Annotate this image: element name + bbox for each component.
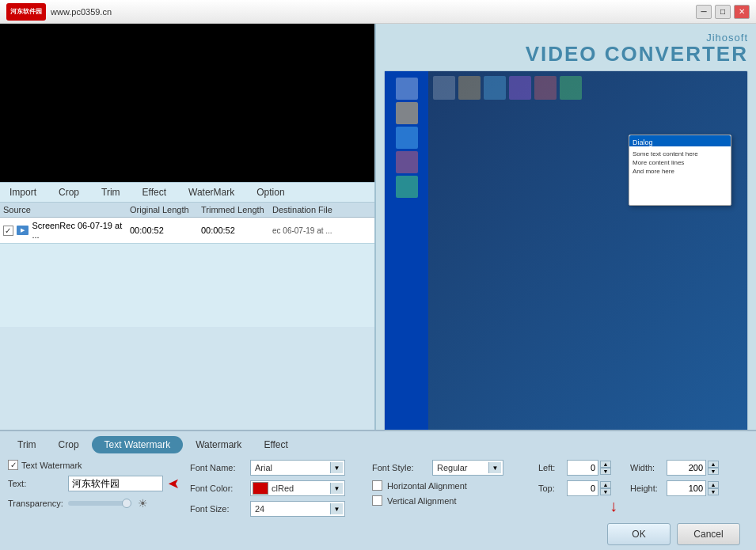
height-spin-up[interactable]: ▲ — [708, 481, 719, 488]
toolbar-import[interactable]: Import — [6, 185, 40, 199]
transparency-label: Transparency: — [8, 499, 63, 508]
minimize-button[interactable]: ─ — [696, 5, 712, 19]
watermark-enable-checkbox[interactable] — [8, 460, 18, 470]
left-spin-down[interactable]: ▼ — [600, 468, 611, 475]
font-name-value: Arial — [253, 463, 330, 472]
h-align-label: Horizontal Alignment — [387, 481, 467, 491]
left-input-group: ▲ ▼ — [567, 460, 611, 476]
h-align-row: Horizontal Alignment — [372, 480, 530, 491]
font-name-row: Font Name: Arial ▼ — [190, 460, 364, 476]
maximize-button[interactable]: □ — [715, 5, 731, 19]
file-dest: ec 06-07-19 at ... — [272, 226, 371, 235]
width-spin-down[interactable]: ▼ — [708, 468, 719, 475]
height-spinner: ▲ ▼ — [708, 481, 719, 495]
font-style-value: Regular — [435, 463, 488, 472]
v-align-row: Vertical Alignment — [372, 495, 530, 506]
top-spin-down[interactable]: ▼ — [600, 488, 611, 495]
height-input-group: ▲ ▼ — [667, 480, 719, 496]
text-input[interactable] — [68, 476, 163, 491]
top-spin-up[interactable]: ▲ — [600, 481, 611, 488]
title-bar-left: 河东软件园 www.pc0359.cn — [6, 3, 112, 21]
watermark-label: Text Watermark — [21, 461, 82, 470]
brand-title: VIDEO CONVERTER — [384, 44, 748, 64]
transparency-thumb — [122, 499, 131, 508]
desktop-icon — [433, 76, 455, 100]
file-source-name: ScreenRec 06-07-19 at ... — [32, 221, 130, 240]
font-style-label: Font Style: — [372, 463, 427, 472]
ok-button[interactable]: OK — [607, 523, 671, 545]
settings-col-3: Font Style: Regular ▼ Horizontal Alignme… — [372, 460, 530, 517]
file-checkbox[interactable] — [3, 226, 13, 236]
toolbar-option[interactable]: Option — [253, 185, 287, 199]
col-header-original: Original Length — [130, 205, 201, 214]
settings-form: Text Watermark Text: ➤ Transparency: ☀ — [8, 460, 748, 517]
settings-tabs: Trim Crop Text Watermark Watermark Effec… — [8, 436, 748, 453]
table-row[interactable]: ▶ ScreenRec 06-07-19 at ... 00:00:52 00:… — [0, 218, 374, 244]
text-label: Text: — [8, 479, 63, 488]
font-color-arrow: ▼ — [330, 483, 343, 494]
bottom-buttons: ↓ OK Cancel — [8, 523, 748, 545]
toolbar-effect[interactable]: Effect — [139, 185, 169, 199]
close-button[interactable]: ✕ — [734, 5, 750, 19]
dialog-titlebar: Dialog — [629, 135, 731, 146]
v-align-label: Vertical Alignment — [387, 496, 456, 506]
tab-crop[interactable]: Crop — [49, 436, 89, 453]
desktop-icon — [560, 76, 582, 100]
font-size-arrow: ▼ — [330, 503, 343, 514]
desktop-icon — [509, 76, 531, 100]
tab-effect[interactable]: Effect — [254, 436, 297, 453]
tab-text-watermark[interactable]: Text Watermark — [92, 436, 184, 453]
top-input[interactable] — [567, 480, 598, 496]
file-trimmed-length: 00:00:52 — [201, 226, 272, 235]
toolbar-trim[interactable]: Trim — [98, 185, 123, 199]
top-spinner: ▲ ▼ — [600, 481, 611, 495]
font-color-label: Font Color: — [190, 484, 245, 493]
settings-col-1: Text Watermark Text: ➤ Transparency: ☀ — [8, 460, 182, 517]
desktop-icon — [484, 76, 506, 100]
font-size-select[interactable]: 24 ▼ — [250, 501, 345, 517]
col-header-dest: Destination File — [272, 205, 371, 214]
video-preview — [0, 24, 374, 182]
font-color-select[interactable]: clRed ▼ — [250, 480, 345, 496]
settings-col-4: Left: ▲ ▼ Width: ▲ ▼ — [538, 460, 748, 517]
left-spinner: ▲ ▼ — [600, 461, 611, 475]
toolbar-watermark[interactable]: WaterMark — [185, 185, 237, 199]
font-name-label: Font Name: — [190, 463, 245, 472]
left-input[interactable] — [567, 460, 598, 476]
h-align-checkbox[interactable] — [372, 480, 382, 491]
sun-icon: ☀ — [138, 497, 148, 510]
tab-watermark[interactable]: Watermark — [186, 436, 251, 453]
height-label: Height: — [630, 484, 662, 493]
v-align-checkbox[interactable] — [372, 495, 382, 506]
cancel-button[interactable]: Cancel — [677, 523, 740, 545]
taskbar-icon — [396, 78, 418, 100]
file-video-icon: ▶ — [17, 226, 29, 235]
font-name-select[interactable]: Arial ▼ — [250, 460, 345, 476]
taskbar-icon — [396, 102, 418, 124]
font-name-arrow: ▼ — [330, 462, 343, 473]
tab-trim[interactable]: Trim — [8, 436, 46, 453]
width-input[interactable] — [667, 460, 706, 476]
left-spin-up[interactable]: ▲ — [600, 461, 611, 468]
toolbar: Import Crop Trim Effect WaterMark Option — [0, 182, 374, 203]
title-bar-title: www.pc0359.cn — [51, 7, 112, 17]
height-spin-down[interactable]: ▼ — [708, 488, 719, 495]
text-input-row: Text: ➤ — [8, 475, 182, 492]
font-size-label: Font Size: — [190, 504, 245, 514]
transparency-slider[interactable] — [68, 501, 131, 506]
file-original-length: 00:00:52 — [130, 226, 201, 235]
font-style-select[interactable]: Regular ▼ — [432, 460, 503, 476]
title-bar-controls: ─ □ ✕ — [696, 5, 750, 19]
height-input[interactable] — [667, 480, 706, 496]
transparency-row: Transparency: ☀ — [8, 497, 182, 510]
font-size-row: Font Size: 24 ▼ — [190, 501, 364, 517]
color-swatch — [253, 482, 268, 495]
taskbar-icon — [396, 176, 418, 198]
width-spin-up[interactable]: ▲ — [708, 461, 719, 468]
toolbar-crop[interactable]: Crop — [55, 185, 82, 199]
left-width-row: Left: ▲ ▼ Width: ▲ ▼ — [538, 460, 748, 476]
col-header-source: Source — [3, 205, 130, 214]
width-spinner: ▲ ▼ — [708, 461, 719, 475]
font-style-row: Font Style: Regular ▼ — [372, 460, 530, 476]
ok-arrow-indicator: ↓ — [610, 497, 617, 515]
